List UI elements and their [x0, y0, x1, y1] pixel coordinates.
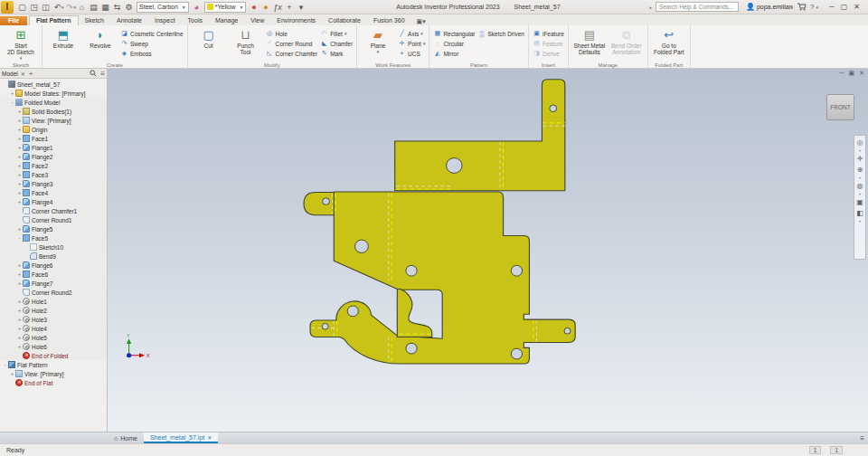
tree-expander-icon[interactable]: + — [16, 335, 23, 340]
tree-expander-icon[interactable]: + — [16, 226, 23, 232]
graphics-canvas[interactable]: Y X ─ ▣ ✕ FRONT ◎▾ ✛ ⊕▾ ◍▾ ▣ ◧▾ — [108, 69, 868, 432]
open-icon[interactable]: ◳ — [28, 3, 40, 12]
ribbon-tab-view[interactable]: View — [244, 16, 270, 25]
tree-expander-icon[interactable]: + — [16, 181, 23, 186]
swap-icon[interactable]: ⇆ — [111, 3, 123, 12]
sweep-button[interactable]: ↷Sweep — [120, 39, 184, 48]
tree-item-corner-round1[interactable]: Corner Round1 — [0, 215, 107, 224]
plane-button[interactable]: ▰Plane▾ — [361, 27, 395, 54]
hole-button[interactable]: ◎Hole — [266, 29, 318, 38]
tree-item-hole6[interactable]: +Hole6 — [0, 342, 107, 351]
user-account[interactable]: 👤 popa.emilian ▾ — [746, 3, 793, 11]
tree-item-hole5[interactable]: +Hole5 — [0, 333, 107, 342]
go-to-folded-part-button[interactable]: ↩Go toFolded Part — [652, 27, 686, 55]
fx-icon[interactable]: ƒx — [271, 3, 283, 12]
ribbon-tab-annotate[interactable]: Annotate — [110, 16, 148, 25]
ribbon-tab-file[interactable]: File — [0, 16, 27, 25]
tree-item-end-of-flat[interactable]: End of Flat — [0, 378, 107, 387]
ribbon-tab-fusion-360[interactable]: Fusion 360 — [367, 16, 411, 25]
add-tab-icon[interactable]: + — [29, 70, 33, 78]
pan-icon[interactable]: ✛ — [857, 155, 863, 163]
tree-item-face4[interactable]: +Face4 — [0, 188, 107, 197]
look-at-icon[interactable]: ▣ — [856, 198, 863, 206]
tree-item-face2[interactable]: +Face2 — [0, 161, 107, 170]
tree-expander-icon[interactable]: + — [16, 280, 23, 286]
tree-expander-icon[interactable]: + — [16, 145, 23, 150]
circular-button[interactable]: ◌Circular — [433, 39, 475, 48]
ribbon-tab-sketch[interactable]: Sketch — [79, 16, 110, 25]
fillet-button[interactable]: ◠Fillet▾ — [320, 29, 353, 38]
tree-item-face1[interactable]: +Face1 — [0, 134, 107, 143]
view-cube[interactable]: FRONT — [826, 94, 854, 120]
adjust-appearance-icon[interactable]: ● — [248, 3, 259, 12]
tree-expander-icon[interactable]: + — [16, 344, 23, 349]
punch-tool-button[interactable]: ⊔PunchTool — [229, 27, 263, 55]
gear-icon[interactable]: ⚙ — [123, 3, 135, 12]
tree-expander-icon[interactable]: + — [16, 109, 23, 114]
tree-expander-icon[interactable]: + — [16, 190, 23, 195]
tree-item-sheet-metal-57[interactable]: Sheet_metal_57 — [0, 80, 107, 89]
tree-item-face6[interactable]: +Face6 — [0, 270, 107, 279]
tree-item-sketch10[interactable]: Sketch10 — [0, 242, 107, 252]
plus-icon[interactable]: + — [283, 3, 295, 12]
view-style-icon[interactable]: ◧ — [856, 209, 863, 217]
tree-expander-icon[interactable]: - — [16, 235, 23, 241]
tree-expander-icon[interactable]: + — [16, 317, 23, 322]
tree-expander-icon[interactable]: + — [16, 199, 23, 204]
search-input[interactable]: Search Help & Commands... — [656, 2, 739, 12]
cart-icon[interactable] — [797, 3, 807, 11]
tree-item-model-states-primary[interactable]: +Model States: [Primary] — [0, 89, 107, 98]
tree-item-view-primary[interactable]: +View: [Primary] — [0, 369, 107, 378]
tree-item-flange7[interactable]: +Flange7 — [0, 279, 107, 288]
ribbon-tab-tools[interactable]: Tools — [182, 16, 209, 25]
tree-expander-icon[interactable]: + — [16, 326, 23, 331]
color-wheel-icon[interactable]: ◕ — [191, 3, 203, 12]
tree-expander-icon[interactable]: + — [16, 308, 23, 313]
tree-item-corner-chamfer1[interactable]: Corner Chamfer1 — [0, 206, 107, 215]
ucs-button[interactable]: ⌖UCS — [398, 49, 425, 58]
revolve-button[interactable]: ◗Revolve — [83, 27, 118, 49]
inventor-logo[interactable]: I — [1, 1, 14, 14]
tree-item-hole2[interactable]: +Hole2 — [0, 306, 107, 315]
chamfer-button[interactable]: ◣Chamfer — [320, 39, 353, 48]
ribbon-tab-environments[interactable]: Environments — [270, 16, 322, 25]
cut-button[interactable]: ▢Cut — [192, 27, 226, 49]
new-file-icon[interactable]: ▢ — [16, 3, 28, 12]
maximize-button[interactable]: ▢ — [841, 3, 848, 11]
tree-expander-icon[interactable]: + — [16, 299, 23, 304]
tree-item-hole1[interactable]: +Hole1 — [0, 297, 107, 306]
ribbon-display-options-icon[interactable]: ▣▾ — [417, 18, 426, 25]
ribbon-tab-inspect[interactable]: Inspect — [148, 16, 182, 25]
tree-expander-icon[interactable]: + — [16, 271, 23, 277]
tree-item-face3[interactable]: +Face3 — [0, 170, 107, 179]
material-select[interactable]: Steel, Carbon ▼ — [137, 2, 189, 13]
tree-expander-icon[interactable]: + — [16, 118, 23, 123]
tree-item-hole3[interactable]: +Hole3 — [0, 315, 107, 324]
sheet-metal-defaults-button[interactable]: ▤Sheet MetalDefaults — [572, 27, 607, 55]
save-icon[interactable]: ◫ — [40, 3, 52, 12]
ribbon-tab-flat-pattern[interactable]: Flat Pattern — [29, 15, 79, 25]
tree-expander-icon[interactable]: + — [16, 163, 23, 168]
search-expand-icon[interactable]: ▸ — [649, 5, 652, 10]
doc-close-button[interactable]: ✕ — [859, 70, 864, 77]
tree-expander-icon[interactable]: - — [9, 100, 15, 105]
close-button[interactable]: ✕ — [854, 3, 860, 11]
tree-item-view-primary[interactable]: +View: [Primary] — [0, 116, 107, 125]
tree-expander-icon[interactable]: + — [16, 154, 23, 159]
navigation-wheel-icon[interactable]: ◎ — [857, 138, 863, 147]
tree-item-folded-model[interactable]: -Folded Model — [0, 98, 107, 107]
flat-pattern-part[interactable]: Y X — [108, 69, 868, 432]
redo-icon[interactable]: ↷ — [64, 3, 76, 12]
start-2d-sketch-button[interactable]: ⊞Start2D Sketch▾ — [4, 27, 38, 61]
tree-item-end-of-folded[interactable]: End of Folded — [0, 351, 107, 360]
corner-round-button[interactable]: ◜Corner Round — [266, 39, 318, 48]
tree-item-origin[interactable]: +Origin — [0, 125, 107, 134]
tree-item-flange1[interactable]: +Flange1 — [0, 143, 107, 152]
tree-item-hole4[interactable]: +Hole4 — [0, 324, 107, 333]
search-icon[interactable] — [90, 70, 97, 77]
cosmetic-centerline-button[interactable]: ◪Cosmetic Centerline — [120, 29, 184, 38]
tree-item-flat-pattern[interactable]: -Flat Pattern — [0, 360, 107, 369]
rectangular-button[interactable]: ▦Rectangular — [433, 29, 475, 38]
drawing-icon[interactable]: ▤ — [88, 3, 99, 12]
tree-expander-icon[interactable]: - — [2, 362, 8, 367]
